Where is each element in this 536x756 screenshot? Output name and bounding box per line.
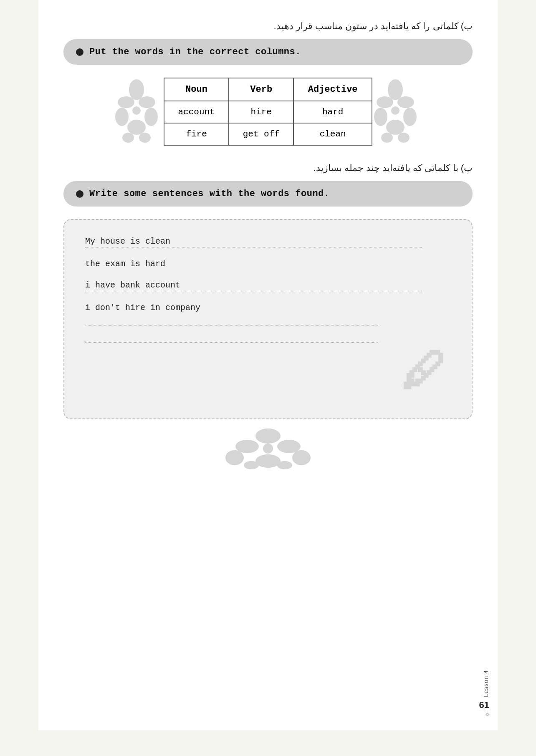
svg-point-2 — [139, 96, 155, 108]
table-cell-r1-c0: fire — [164, 123, 229, 145]
sentence-text-3: i don't hire in company — [85, 303, 451, 312]
svg-point-7 — [139, 133, 151, 143]
dotted-line-0 — [85, 247, 422, 247]
svg-point-3 — [115, 108, 129, 126]
svg-point-4 — [144, 108, 158, 126]
svg-point-23 — [255, 454, 281, 468]
right-ornament — [372, 77, 422, 146]
sentence-line-3: i don't hire in company — [85, 303, 451, 312]
instruction-box-2: Write some sentences with the words foun… — [63, 181, 473, 207]
table-header-verb: Verb — [229, 78, 293, 101]
table-cell-r0-c2: hard — [293, 101, 372, 123]
table-header-adjective: Adjective — [293, 78, 372, 101]
bottom-ornament — [63, 428, 473, 469]
sentence-line-0: My house is clean — [85, 237, 451, 247]
svg-point-15 — [381, 133, 393, 143]
table-cell-r1-c2: clean — [293, 123, 372, 145]
svg-point-26 — [263, 444, 273, 454]
svg-point-12 — [374, 108, 387, 126]
svg-point-5 — [127, 120, 146, 135]
svg-point-1 — [118, 96, 134, 108]
svg-point-17 — [391, 106, 399, 115]
svg-point-21 — [225, 450, 244, 465]
svg-point-9 — [388, 79, 403, 100]
table-cell-r0-c1: hire — [229, 101, 293, 123]
page: ب) کلماتی را که یافته‌اید در ستون مناسب … — [38, 0, 498, 730]
svg-point-24 — [244, 461, 259, 469]
blank-line-1 — [85, 325, 378, 325]
table-row: fireget offclean — [164, 123, 372, 145]
table-wrapper: Noun Verb Adjective accounthirehardfireg… — [63, 77, 473, 146]
diamond-icon: ◇ — [486, 711, 489, 718]
sentence-text-2: i have bank account — [85, 280, 451, 290]
svg-point-25 — [277, 461, 292, 469]
instruction-label-1: Put the words in the correct columns. — [89, 47, 301, 57]
bullet-icon — [76, 48, 83, 56]
page-footer: Lesson 4 61 ◇ — [479, 670, 489, 718]
sentence-text-0: My house is clean — [85, 237, 451, 246]
svg-point-13 — [403, 108, 417, 126]
blank-line-2 — [85, 342, 378, 343]
svg-point-6 — [122, 133, 134, 143]
table-header-noun: Noun — [164, 78, 229, 101]
table-cell-r1-c1: get off — [229, 123, 293, 145]
svg-point-14 — [386, 120, 405, 135]
page-number: 61 — [479, 700, 489, 711]
sentence-line-2: i have bank account — [85, 280, 451, 291]
persian-instruction-p: پ) با کلماتی که یافته‌اید چند جمله بسازی… — [63, 163, 473, 174]
table-cell-r0-c0: account — [164, 101, 229, 123]
sentence-text-1: the exam is hard — [85, 259, 451, 269]
svg-point-16 — [398, 133, 410, 143]
svg-point-8 — [132, 106, 141, 115]
dotted-line-2 — [85, 291, 422, 291]
arabic-watermark: 🖊 — [401, 348, 447, 393]
svg-point-22 — [292, 450, 311, 465]
sentences-box: My house is cleanthe exam is hardi have … — [63, 219, 473, 419]
sentence-line-1: the exam is hard — [85, 259, 451, 269]
svg-point-18 — [255, 428, 281, 444]
instruction-label-2: Write some sentences with the words foun… — [89, 189, 330, 199]
table-row: accounthirehard — [164, 101, 372, 123]
svg-point-0 — [129, 79, 144, 100]
left-ornament — [114, 77, 164, 146]
bullet-icon-2 — [76, 190, 83, 198]
svg-point-10 — [377, 96, 393, 108]
lesson-label: Lesson 4 — [483, 670, 489, 697]
persian-instruction-b: ب) کلماتی را که یافته‌اید در ستون مناسب … — [63, 21, 473, 32]
instruction-box-1: Put the words in the correct columns. — [63, 39, 473, 65]
svg-point-11 — [397, 96, 414, 108]
word-table: Noun Verb Adjective accounthirehardfireg… — [164, 78, 372, 146]
